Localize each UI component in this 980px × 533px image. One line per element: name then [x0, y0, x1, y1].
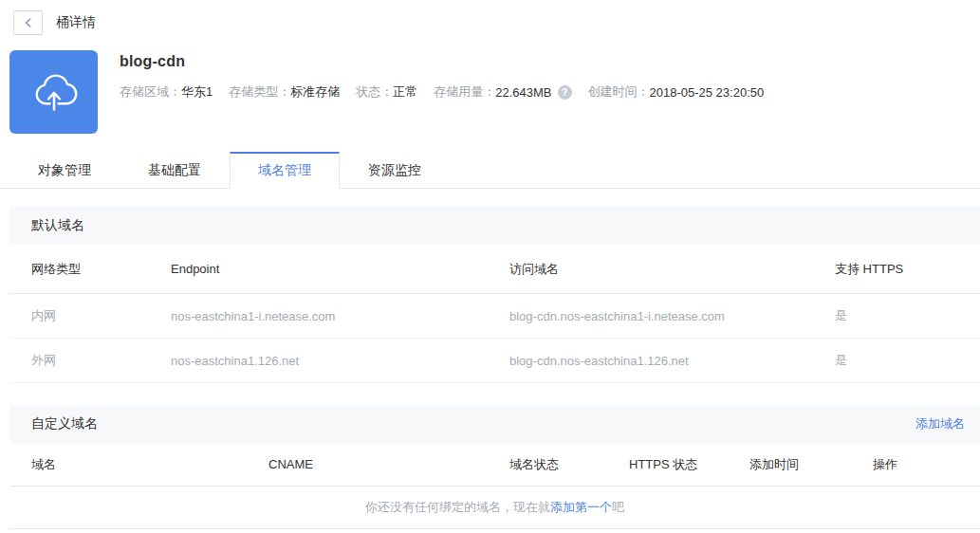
usage-value: 22.643MB [495, 85, 551, 100]
back-button[interactable] [13, 10, 43, 35]
created-value: 2018-05-25 23:20:50 [650, 85, 765, 100]
tab-bar: 对象管理 基础配置 域名管理 资源监控 [0, 152, 980, 189]
chevron-left-icon [22, 16, 35, 29]
col-https-status: HTTPS 状态 [629, 456, 749, 473]
custom-domain-table-header: 域名 CNAME 域名状态 HTTPS 状态 添加时间 操作 [9, 443, 980, 487]
cloud-upload-icon [27, 64, 82, 119]
add-first-domain-link[interactable]: 添加第一个 [550, 499, 612, 516]
empty-state: 你还没有任何绑定的域名，现在就添加第一个吧 [9, 487, 980, 529]
col-network-type: 网络类型 [9, 261, 171, 278]
https-support-cell: 是 [835, 352, 980, 369]
col-https-support: 支持 HTTPS [835, 261, 980, 278]
top-bar: 桶详情 [0, 0, 980, 35]
col-access-domain: 访问域名 [509, 261, 835, 278]
custom-domain-section-header: 自定义域名 添加域名 [9, 405, 980, 443]
empty-state-suffix: 吧 [612, 499, 624, 516]
col-cname: CNAME [268, 457, 509, 471]
col-endpoint: Endpoint [171, 262, 509, 276]
default-domain-title: 默认域名 [31, 217, 84, 234]
col-actions: 操作 [873, 456, 980, 473]
bucket-icon [9, 50, 98, 134]
status-label: 状态： [356, 83, 393, 101]
tab-domain-management[interactable]: 域名管理 [230, 152, 340, 189]
tab-basic-config[interactable]: 基础配置 [120, 152, 230, 188]
region-label: 存储区域： [120, 83, 181, 101]
bucket-header: blog-cdn 存储区域： 华东1 存储类型： 标准存储 状态： 正常 存储用… [9, 50, 980, 134]
usage-label: 存储用量： [434, 83, 495, 101]
empty-state-text: 你还没有任何绑定的域名，现在就 [365, 499, 550, 516]
network-type-cell: 内网 [9, 307, 171, 324]
help-icon[interactable]: ? [558, 85, 572, 100]
add-domain-link[interactable]: 添加域名 [915, 415, 965, 432]
status-value: 正常 [393, 83, 417, 101]
created-label: 创建时间： [588, 83, 650, 101]
page-title: 桶详情 [56, 14, 96, 31]
endpoint-cell: nos-eastchina1.126.net [171, 354, 509, 368]
default-domain-section-header: 默认域名 [9, 207, 980, 245]
col-add-time: 添加时间 [749, 456, 873, 473]
network-type-cell: 外网 [9, 352, 171, 369]
default-domain-table-header: 网络类型 Endpoint 访问域名 支持 HTTPS [9, 245, 980, 294]
access-domain-cell: blog-cdn.nos-eastchina1.126.net [509, 354, 835, 368]
access-domain-cell: blog-cdn.nos-eastchina1-i.netease.com [509, 309, 835, 323]
bucket-info-row: 存储区域： 华东1 存储类型： 标准存储 状态： 正常 存储用量： 22.643… [120, 83, 780, 101]
custom-domain-title: 自定义域名 [31, 415, 98, 432]
endpoint-cell: nos-eastchina1-i.netease.com [171, 309, 509, 323]
table-row-internal: 内网 nos-eastchina1-i.netease.com blog-cdn… [9, 294, 980, 339]
bucket-name: blog-cdn [120, 53, 780, 70]
https-support-cell: 是 [835, 307, 980, 324]
table-row-external: 外网 nos-eastchina1.126.net blog-cdn.nos-e… [9, 339, 980, 383]
tab-resource-monitor[interactable]: 资源监控 [340, 152, 450, 188]
col-domain: 域名 [9, 456, 268, 473]
region-value: 华东1 [181, 83, 213, 101]
storage-type-label: 存储类型： [229, 83, 290, 101]
tab-content: 默认域名 网络类型 Endpoint 访问域名 支持 HTTPS 内网 nos-… [9, 207, 980, 529]
storage-type-value: 标准存储 [290, 83, 340, 101]
col-domain-status: 域名状态 [509, 456, 629, 473]
tab-object-management[interactable]: 对象管理 [9, 152, 120, 188]
bucket-meta: blog-cdn 存储区域： 华东1 存储类型： 标准存储 状态： 正常 存储用… [120, 50, 780, 134]
